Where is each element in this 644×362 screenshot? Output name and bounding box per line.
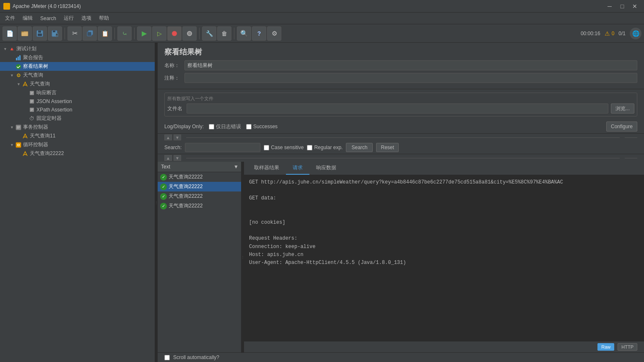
file-name-input[interactable] — [187, 103, 608, 114]
stop-button[interactable] — [167, 26, 182, 41]
title-bar: Apache JMeter (4.0 r1823414) ─ □ ✕ — [0, 0, 644, 13]
results-list: Text ▼ ✓ 天气查询22222 ✓ 天气查询22222 ✓ 天气查询222… — [158, 162, 242, 352]
menu-search[interactable]: Search — [37, 14, 60, 23]
scroll-down-arrow-2[interactable]: ▼ — [174, 155, 181, 161]
clear-all-button[interactable]: 🗑 — [217, 26, 231, 41]
divider-line — [186, 137, 620, 138]
menu-bar: 文件 编辑 Search 运行 选项 帮助 — [0, 13, 644, 24]
scroll-auto-checkbox[interactable] — [164, 355, 170, 360]
window-title: Apache JMeter (4.0 r1823414) — [13, 3, 81, 9]
tree-item-test-plan[interactable]: ▼ 🔺 测试计划 — [0, 44, 155, 53]
tree-item-aggregate[interactable]: 聚合报告 — [0, 53, 155, 62]
http-button[interactable]: HTTP — [618, 343, 637, 351]
menu-help[interactable]: 帮助 — [96, 13, 112, 23]
raw-button[interactable]: Raw — [597, 343, 614, 351]
xpath-assert-icon — [29, 106, 35, 113]
new-button[interactable]: 📄 — [3, 26, 17, 41]
tab-sampler-results[interactable]: 取样器结果 — [247, 162, 286, 175]
divider-short — [625, 137, 637, 138]
tree-label-test-plan: 测试计划 — [16, 45, 36, 52]
svg-rect-34 — [16, 142, 21, 147]
name-row: 名称： — [164, 60, 637, 70]
tree-item-loop[interactable]: ▼ 循环控制器 — [0, 140, 155, 149]
maximize-button[interactable]: □ — [616, 0, 628, 12]
column-dropdown-icon[interactable]: ▼ — [233, 164, 239, 170]
tree-item-response-assert[interactable]: 响应断言 — [0, 88, 155, 97]
menu-run[interactable]: 运行 — [60, 13, 77, 23]
result-row-1[interactable]: ✓ 天气查询22222 — [158, 172, 241, 182]
tab-request[interactable]: 请求 — [286, 162, 309, 175]
tree-item-weather11[interactable]: 天气查询11 — [0, 132, 155, 140]
shutdown-button[interactable] — [182, 26, 197, 41]
svg-rect-14 — [19, 55, 21, 60]
search-input[interactable] — [185, 143, 260, 152]
tree-item-timer[interactable]: ⏱ 固定定时器 — [0, 114, 155, 123]
result-row-4[interactable]: ✓ 天气查询22222 — [158, 201, 241, 211]
scroll-up-arrow[interactable]: ▲ — [164, 134, 172, 140]
error-checkbox-group: 仅日志错误 — [209, 123, 241, 130]
undo-button[interactable]: ⤿ — [117, 26, 132, 41]
clear-button[interactable]: 🔧 — [202, 26, 216, 41]
tree-item-weather-sampler[interactable]: ▼ 天气查询 — [0, 80, 155, 88]
menu-options[interactable]: 选项 — [78, 13, 95, 23]
run-button[interactable]: ▶ — [137, 26, 151, 41]
menu-edit[interactable]: 编辑 — [19, 13, 36, 23]
panel-header: 察看结果树 名称： 注释： — [158, 43, 644, 89]
transaction-icon — [15, 124, 22, 131]
minimize-button[interactable]: ─ — [604, 0, 615, 12]
run-no-pause-button[interactable]: ▷ — [152, 26, 166, 41]
search-toolbar-button[interactable]: 🔍 — [237, 26, 251, 41]
menu-file[interactable]: 文件 — [2, 13, 18, 23]
tree-label-weather11: 天气查询11 — [30, 132, 55, 140]
tree-item-json-assert[interactable]: JSON Assertion — [0, 97, 155, 106]
scroll-auto-bar: Scroll automatically? — [158, 352, 644, 362]
file-section-title: 所有数据写入一个文件 — [167, 96, 634, 102]
panel-title: 察看结果树 — [164, 47, 637, 57]
comment-input[interactable] — [184, 73, 637, 83]
case-sensitive-checkbox[interactable] — [264, 145, 269, 150]
results-list-header: Text ▼ — [158, 162, 241, 172]
save-as-button[interactable]: + — [48, 26, 62, 41]
open-button[interactable] — [18, 26, 32, 41]
options-button[interactable]: ⚙ — [267, 26, 281, 41]
search-button[interactable]: Search — [346, 143, 373, 152]
scroll-arrows-top: ▲ ▼ — [158, 134, 644, 141]
divider-line-2 — [186, 158, 620, 158]
success-checkbox-group: Successes — [246, 124, 278, 129]
scroll-arrows-mid: ▲ ▼ — [158, 154, 644, 162]
reset-button[interactable]: Reset — [376, 143, 398, 152]
tree-item-xpath-assert[interactable]: XPath Assertion — [0, 106, 155, 114]
configure-button[interactable]: Configure — [606, 122, 637, 132]
regex-checkbox[interactable] — [307, 145, 312, 150]
scroll-down-arrow[interactable]: ▼ — [174, 134, 181, 140]
divider-short-2 — [625, 158, 637, 158]
tree-item-weather-group[interactable]: ▼ ⚙ 天气查询 — [0, 71, 155, 80]
browse-button[interactable]: 浏览... — [611, 103, 634, 114]
toolbar-separator-3 — [134, 28, 135, 39]
tree-item-results-tree[interactable]: 察看结果树 — [0, 62, 155, 71]
error-checkbox[interactable] — [209, 124, 214, 129]
regex-group: Regular exp. — [307, 145, 343, 150]
tree-label-weather22222: 天气查询22222 — [30, 150, 64, 157]
save-button[interactable] — [33, 26, 47, 41]
name-input[interactable] — [184, 60, 637, 70]
toolbar-separator-2 — [114, 28, 115, 39]
scroll-up-arrow-2[interactable]: ▲ — [164, 155, 172, 161]
svg-rect-13 — [18, 57, 19, 60]
weather11-icon — [22, 133, 29, 140]
result-name-1: 天气查询22222 — [169, 173, 203, 181]
result-row-3[interactable]: ✓ 天气查询22222 — [158, 191, 241, 201]
comment-label: 注释： — [164, 75, 181, 82]
tree-item-weather22222[interactable]: 天气查询22222 — [0, 149, 155, 158]
weather-group-icon: ⚙ — [15, 72, 22, 79]
tab-response-data[interactable]: 响应数据 — [309, 162, 343, 175]
help-button[interactable]: ? — [252, 26, 266, 41]
copy-button[interactable] — [83, 26, 97, 41]
success-checkbox[interactable] — [246, 124, 252, 129]
result-row-2[interactable]: ✓ 天气查询22222 — [158, 182, 241, 191]
cut-button[interactable]: ✂ — [68, 26, 82, 41]
tree-item-transaction[interactable]: ▼ 事务控制器 — [0, 123, 155, 132]
close-button[interactable]: ✕ — [629, 0, 641, 12]
paste-button[interactable]: 📋 — [98, 26, 112, 41]
aggregate-icon — [15, 54, 22, 61]
